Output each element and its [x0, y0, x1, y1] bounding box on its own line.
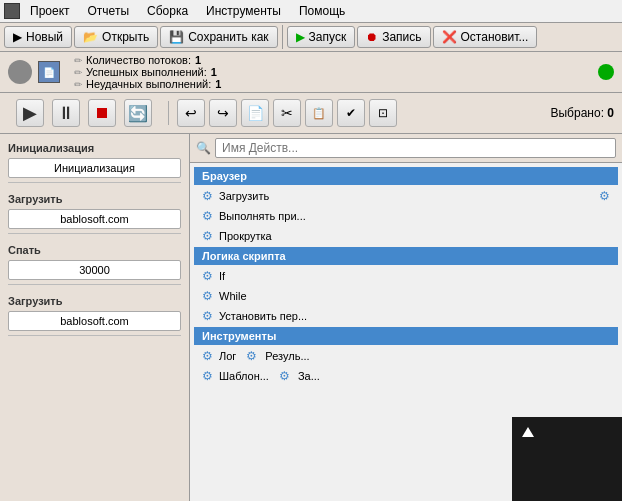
logic-item-if[interactable]: ⚙ If [194, 267, 618, 285]
divider-3 [8, 335, 181, 336]
check-button[interactable]: ✔ [337, 99, 365, 127]
redo-button[interactable]: ↪ [209, 99, 237, 127]
block-load2-value[interactable]: bablosoft.com [8, 311, 181, 331]
gear-icon-while: ⚙ [202, 289, 213, 303]
toolbar-separator [282, 25, 283, 49]
block-load2-label: Загрузить [8, 295, 181, 307]
block-load2: Загрузить bablosoft.com [8, 295, 181, 338]
logic-item-while[interactable]: ⚙ While [194, 287, 618, 305]
main-content: Инициализация Инициализация Загрузить ba… [0, 134, 622, 501]
record-button[interactable]: ⏺ Запись [357, 26, 430, 48]
doc-icon: 📄 [38, 61, 60, 83]
copy-icon-button[interactable]: 📄 [241, 99, 269, 127]
status-indicator [598, 64, 614, 80]
open-button[interactable]: 📂 Открыть [74, 26, 158, 48]
status-toolbar: 📄 ✏ Количество потоков: 1 ✏ Успешных вып… [0, 52, 622, 93]
pencil-icon3: ✏ [74, 79, 82, 90]
block-init-value[interactable]: Инициализация [8, 158, 181, 178]
pause-button[interactable]: ⏸ [52, 99, 80, 127]
block-init: Инициализация Инициализация [8, 142, 181, 185]
gear-icon-if: ⚙ [202, 269, 213, 283]
browser-item-scroll[interactable]: ⚙ Прокрутка [194, 227, 618, 245]
search-input[interactable] [215, 138, 616, 158]
browser-section-header[interactable]: Браузер [194, 167, 618, 185]
block-load1-label: Загрузить [8, 193, 181, 205]
new-button[interactable]: ▶ Новый [4, 26, 72, 48]
cut-button[interactable]: ✂ [273, 99, 301, 127]
gear-icon-exec: ⚙ [202, 209, 213, 223]
user-icon [8, 60, 32, 84]
left-panel: Инициализация Инициализация Загрузить ba… [0, 134, 190, 501]
menu-bar: Проект Отчеты Сборка Инструменты Помощь [0, 0, 622, 23]
mouse-cursor [522, 427, 534, 437]
save-icon: 💾 [169, 30, 184, 44]
selected-info: Выбрано: 0 [550, 106, 614, 120]
block-sleep: Спать 30000 [8, 244, 181, 287]
gear-icon-setvar: ⚙ [202, 309, 213, 323]
stop-icon: ❌ [442, 30, 457, 44]
menu-item-project[interactable]: Проект [22, 2, 78, 20]
block-sleep-value[interactable]: 30000 [8, 260, 181, 280]
block-load1: Загрузить bablosoft.com [8, 193, 181, 236]
search-icon: 🔍 [196, 141, 211, 155]
gear-icon-load2: ⚙ [599, 189, 610, 203]
record-icon: ⏺ [366, 30, 378, 44]
gear-icon-log: ⚙ [202, 349, 213, 363]
action-toolbar: ▶ ⏸ ⏹ 🔄 ↩ ↪ 📄 ✂ 📋 ✔ ⊡ Выбрано: 0 [0, 93, 622, 134]
gear-icon-tmpl: ⚙ [202, 369, 213, 383]
block-init-label: Инициализация [8, 142, 181, 154]
script-logic-section-header[interactable]: Логика скрипта [194, 247, 618, 265]
status-info: ✏ Количество потоков: 1 ✏ Успешных выпол… [66, 54, 596, 90]
undo-button[interactable]: ↩ [177, 99, 205, 127]
run-controls: ▶ ⏸ ⏹ 🔄 [8, 95, 160, 131]
gear-icon-scroll: ⚙ [202, 229, 213, 243]
divider-2 [8, 284, 181, 285]
right-panel: 🔍 Браузер ⚙ Загрузить ⚙ ⚙ Выполнять при.… [190, 134, 622, 501]
stop-ctrl-button[interactable]: ⏹ [88, 99, 116, 127]
search-bar: 🔍 [190, 134, 622, 163]
act-separator [168, 101, 169, 125]
tools-section-header[interactable]: Инструменты [194, 327, 618, 345]
refresh-button[interactable]: 🔄 [124, 99, 152, 127]
categories-panel: Браузер ⚙ Загрузить ⚙ ⚙ Выполнять при...… [190, 163, 622, 389]
divider-1 [8, 233, 181, 234]
tools-item-template[interactable]: ⚙ Шаблон... ⚙ За... [194, 367, 618, 385]
dark-overlay [512, 417, 622, 501]
gear-icon-za: ⚙ [279, 369, 290, 383]
gear-icon-load: ⚙ [202, 189, 213, 203]
run-button[interactable]: ▶ Запуск [287, 26, 356, 48]
new-icon: ▶ [13, 30, 22, 44]
menu-item-tools[interactable]: Инструменты [198, 2, 289, 20]
run-icon: ▶ [296, 30, 305, 44]
logic-item-setvar[interactable]: ⚙ Установить пер... [194, 307, 618, 325]
paste-button[interactable]: 📋 [305, 99, 333, 127]
menu-item-reports[interactable]: Отчеты [80, 2, 137, 20]
open-icon: 📂 [83, 30, 98, 44]
app-icon [4, 3, 20, 19]
menu-item-help[interactable]: Помощь [291, 2, 353, 20]
pencil-icon2: ✏ [74, 67, 82, 78]
pencil-icon: ✏ [74, 55, 82, 66]
save-button[interactable]: 💾 Сохранить как [160, 26, 277, 48]
main-toolbar: ▶ Новый 📂 Открыть 💾 Сохранить как ▶ Запу… [0, 23, 622, 52]
select-button[interactable]: ⊡ [369, 99, 397, 127]
browser-item-execute[interactable]: ⚙ Выполнять при... [194, 207, 618, 225]
play-button[interactable]: ▶ [16, 99, 44, 127]
divider-0 [8, 182, 181, 183]
browser-item-load[interactable]: ⚙ Загрузить ⚙ [194, 187, 618, 205]
block-sleep-label: Спать [8, 244, 181, 256]
block-load1-value[interactable]: bablosoft.com [8, 209, 181, 229]
tools-item-log[interactable]: ⚙ Лог ⚙ Резуль... [194, 347, 618, 365]
menu-item-build[interactable]: Сборка [139, 2, 196, 20]
stop-button[interactable]: ❌ Остановит... [433, 26, 538, 48]
gear-icon-result: ⚙ [246, 349, 257, 363]
